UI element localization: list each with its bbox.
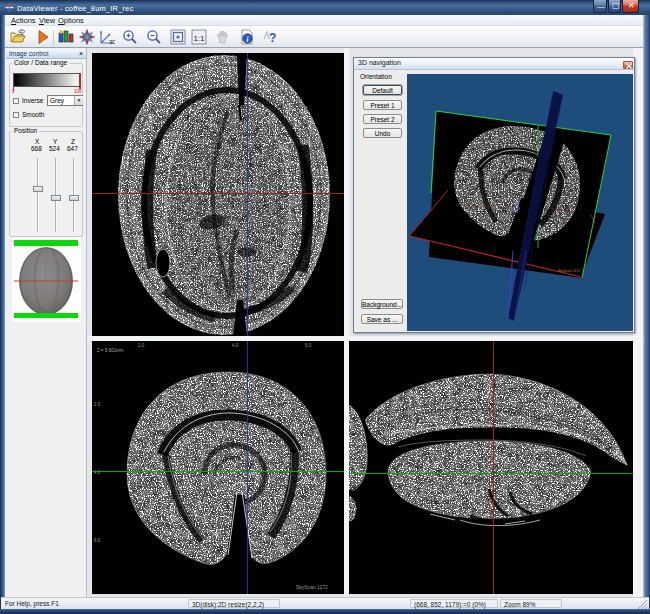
- svg-text:6.0: 6.0: [305, 343, 312, 348]
- svg-text:2.0: 2.0: [94, 402, 101, 407]
- svg-text:?: ?: [269, 31, 276, 45]
- svg-text:6.0: 6.0: [94, 538, 101, 543]
- svg-text:2 = 5.601mm: 2 = 5.601mm: [97, 348, 124, 353]
- svg-text:4.0: 4.0: [232, 343, 239, 348]
- svg-text:2.0: 2.0: [138, 343, 145, 348]
- svg-text:1:1: 1:1: [193, 34, 205, 43]
- svg-text:3D: 3D: [109, 39, 115, 45]
- svg-text:SkyScan 1172: SkyScan 1172: [558, 269, 580, 273]
- svg-text:4.0: 4.0: [94, 470, 101, 475]
- svg-text:SkyScan 1172: SkyScan 1172: [296, 584, 328, 590]
